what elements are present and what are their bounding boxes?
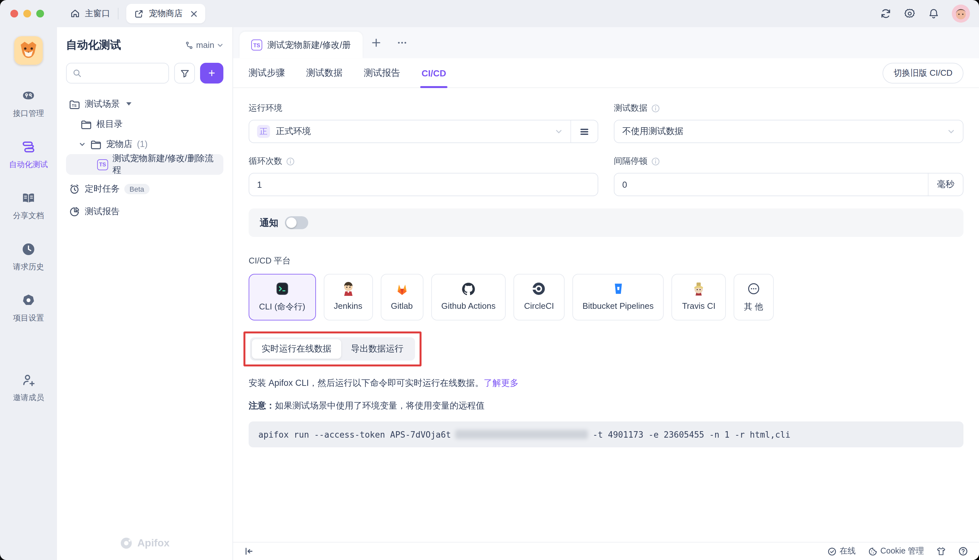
add-scenario-button[interactable]: +	[200, 63, 223, 83]
tab-test-report[interactable]: 测试报告	[364, 58, 400, 87]
person-plus-icon	[21, 372, 36, 388]
branch-selector[interactable]: main	[185, 40, 223, 50]
maximize-window-button[interactable]	[36, 10, 44, 17]
pet-store-project-tab[interactable]: 宠物商店	[126, 4, 205, 23]
cli-terminal-icon	[275, 281, 290, 297]
folder-icon	[90, 138, 102, 150]
scenario-panel: 自动化测试 main	[57, 27, 233, 560]
search-icon	[73, 68, 82, 78]
external-link-icon	[134, 9, 144, 18]
switch-old-cicd-button[interactable]: 切换旧版 CI/CD	[882, 62, 964, 83]
env-manage-button[interactable]	[570, 120, 598, 142]
status-bar: 在线 Cookie 管理	[233, 542, 979, 560]
main-window-tab[interactable]: 主窗口	[70, 8, 110, 19]
help-icon[interactable]	[958, 547, 968, 556]
close-tab-icon[interactable]	[190, 10, 197, 17]
learn-more-link[interactable]: 了解更多	[484, 378, 519, 388]
env-select-group: 正 正式环境	[249, 120, 598, 143]
tshirt-theme-icon[interactable]	[936, 547, 946, 556]
sidebar-item-api-management[interactable]: 接口管理	[13, 88, 44, 119]
cli-command-block[interactable]: apifox run --access-token APS-7dVOja6t-t…	[249, 422, 964, 447]
platform-card-other[interactable]: 其 他	[734, 274, 774, 320]
bell-icon[interactable]	[928, 8, 939, 19]
apifox-watermark-text: Apifox	[137, 537, 170, 549]
sidebar-item-label: 自动化测试	[9, 159, 48, 170]
folder-icon	[80, 118, 92, 130]
filter-button[interactable]	[174, 63, 195, 83]
platform-card-jenkins[interactable]: Jenkins	[324, 274, 373, 320]
chevron-down-icon[interactable]	[79, 141, 85, 147]
test-scenario-icon: TS	[97, 159, 108, 170]
tree-item-test-scenarios[interactable]: TS 测试场景	[66, 94, 223, 114]
traffic-lights	[10, 10, 44, 17]
sidebar-item-label: 分享文档	[13, 210, 44, 222]
main-area: TS 测试宠物新建/修改/册 测试步骤 测试数据	[233, 27, 979, 560]
document-tab[interactable]: TS 测试宠物新建/修改/册	[240, 32, 363, 58]
pet-tab-label: 宠物商店	[149, 8, 183, 19]
platform-card-bitbucket[interactable]: Bitbucket Pipelines	[572, 274, 664, 320]
test-scenario-icon: TS	[251, 40, 262, 50]
sidebar-item-project-settings[interactable]: 项目设置	[13, 293, 44, 324]
pause-field: 毫秒	[614, 173, 964, 196]
platform-card-label: Jenkins	[334, 301, 362, 311]
folder-count: (1)	[137, 139, 148, 149]
project-logo[interactable]	[14, 36, 43, 65]
note-text: 如果测试场景中使用了环境变量，将使用变量的远程值	[275, 401, 485, 410]
travis-ci-icon	[691, 281, 706, 297]
platform-card-label: CircleCI	[524, 301, 554, 311]
loop-count-input[interactable]	[257, 180, 590, 189]
tree-label: 测试报告	[85, 205, 120, 217]
collapse-sidebar-icon[interactable]	[244, 547, 254, 556]
caret-down-icon	[126, 102, 132, 105]
cli-command-prefix: apifox run --access-token APS-7dVOja6t	[259, 430, 451, 439]
tree-label: 测试宠物新建/修改/删除流程	[113, 153, 221, 176]
cli-command-suffix: -t 4901173 -e 23605455 -n 1 -r html,cli	[593, 430, 791, 439]
pie-chart-icon	[68, 205, 80, 217]
platform-card-cli[interactable]: CLI (命令行)	[249, 274, 316, 320]
check-circle-icon	[827, 547, 836, 556]
new-tab-button[interactable]	[367, 33, 386, 52]
minimize-window-button[interactable]	[23, 10, 31, 17]
notify-toggle[interactable]	[285, 216, 308, 229]
platform-card-travis[interactable]: Travis CI	[672, 274, 726, 320]
sidebar-item-invite-members[interactable]: 邀请成员	[13, 372, 44, 403]
document-tab-strip: TS 测试宠物新建/修改/册	[233, 27, 979, 58]
more-tabs-button[interactable]	[392, 33, 412, 52]
close-window-button[interactable]	[10, 10, 18, 17]
tree-item-root-folder[interactable]: 根目录	[66, 114, 223, 134]
sidebar-item-auto-test[interactable]: 自动化测试	[9, 139, 48, 170]
jenkins-icon	[340, 281, 356, 297]
tab-test-steps[interactable]: 测试步骤	[249, 58, 285, 87]
gear-icon[interactable]	[904, 8, 916, 19]
tab-cicd[interactable]: CI/CD	[422, 58, 446, 87]
tree-item-pet-store-folder[interactable]: 宠物店 (1)	[66, 134, 223, 154]
tree-label: 宠物店	[106, 138, 132, 150]
cookie-manager[interactable]: Cookie 管理	[868, 546, 924, 557]
sidebar-item-label: 请求历史	[13, 262, 44, 273]
search-input[interactable]	[85, 68, 162, 78]
avatar[interactable]	[952, 5, 970, 23]
pause-label: 间隔停顿	[614, 155, 647, 167]
home-icon	[70, 8, 80, 19]
sidebar-item-request-history[interactable]: 请求历史	[13, 242, 44, 273]
settings-hex-icon	[21, 293, 36, 308]
platform-card-gitlab[interactable]: Gitlab	[380, 274, 423, 320]
tab-test-data[interactable]: 测试数据	[306, 58, 342, 87]
platform-card-github-actions[interactable]: Github Actions	[431, 274, 506, 320]
pause-input[interactable]	[622, 180, 920, 189]
sidebar-item-share-docs[interactable]: 分享文档	[13, 190, 44, 222]
online-status[interactable]: 在线	[827, 546, 856, 557]
mode-tab-exported-data[interactable]: 导出数据运行	[341, 339, 413, 359]
branch-name: main	[196, 40, 214, 50]
mode-tab-live-online-data[interactable]: 实时运行在线数据	[252, 339, 341, 359]
tree-item-test-scenario[interactable]: TS 测试宠物新建/修改/删除流程	[66, 154, 223, 175]
sync-icon[interactable]	[880, 8, 892, 19]
env-select[interactable]: 正 正式环境	[249, 125, 570, 138]
run-mode-tabs: 实时运行在线数据 导出数据运行	[250, 337, 415, 361]
tree-item-scheduled-tasks[interactable]: 定时任务 Beta	[66, 179, 223, 199]
tree-label: 定时任务	[85, 183, 120, 195]
tree-item-test-reports[interactable]: 测试报告	[66, 201, 223, 222]
platform-card-circleci[interactable]: CircleCI	[514, 274, 564, 320]
test-data-select[interactable]: 不使用测试数据	[614, 120, 964, 143]
online-label: 在线	[839, 546, 856, 557]
